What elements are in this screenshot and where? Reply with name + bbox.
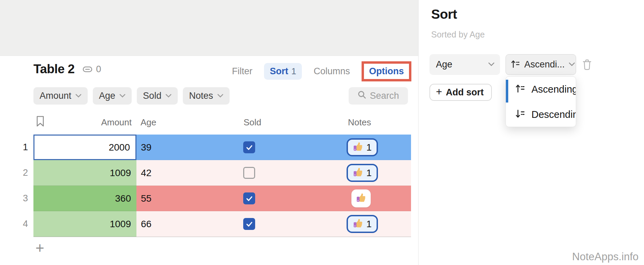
thumbs-up-icon [353, 218, 363, 230]
cell-amount[interactable]: 2000 [33, 135, 136, 160]
field-pill-notes[interactable]: Notes [183, 87, 230, 105]
plus-icon: + [436, 86, 442, 98]
sort-panel-title: Sort [431, 7, 457, 22]
field-pill-age[interactable]: Age [93, 87, 132, 105]
thumbs-up-icon [356, 192, 366, 204]
app-window: Table 2 0 Filter Sort 1 Columns Options … [0, 0, 644, 265]
menu-item-ascending[interactable]: Ascending [506, 77, 576, 102]
toolbar-columns-button[interactable]: Columns [313, 66, 350, 77]
menu-item-descending[interactable]: Descending [506, 102, 576, 127]
sold-checkbox-checked[interactable] [243, 141, 255, 153]
notes-reaction-chip[interactable]: 1 [347, 215, 378, 233]
row-number[interactable]: 4 [14, 211, 28, 237]
sold-checkbox-unchecked[interactable] [243, 167, 255, 179]
pill-label: Age [99, 91, 115, 101]
table-title-row: Table 2 0 [33, 62, 101, 76]
thumbs-up-icon [353, 167, 363, 179]
row-number[interactable]: 1 [14, 135, 28, 160]
column-header-sold[interactable]: Sold [230, 117, 275, 128]
add-sort-button[interactable]: + Add sort [429, 84, 492, 101]
sort-ascending-icon [515, 83, 526, 95]
panel-divider [418, 0, 419, 265]
sort-ascending-icon [510, 59, 521, 71]
row-area[interactable]: 66 1 [136, 211, 411, 237]
delete-sort-button[interactable] [582, 59, 592, 72]
options-label: Options [369, 66, 404, 76]
table-column-headers: Amount Age Sold Notes [0, 115, 418, 131]
sort-direction-menu: Ascending Descending [506, 76, 576, 127]
reaction-count: 1 [366, 142, 372, 153]
row-number[interactable]: 2 [14, 160, 28, 186]
row-area[interactable]: 42 1 [136, 160, 411, 186]
sort-field-select[interactable]: Age [429, 54, 500, 75]
sold-checkbox-checked[interactable] [243, 218, 255, 230]
top-strip [0, 0, 418, 56]
watermark: NoteApps.info [572, 251, 639, 263]
sort-field-value: Age [436, 59, 488, 70]
cell-age[interactable]: 39 [141, 135, 151, 160]
cell-amount[interactable]: 1009 [33, 160, 136, 186]
link-icon [82, 63, 93, 75]
toolbar-sort-button[interactable]: Sort 1 [264, 63, 302, 80]
field-pill-sold[interactable]: Sold [137, 87, 178, 105]
chevron-down-icon [488, 62, 495, 68]
cell-age[interactable]: 55 [141, 186, 151, 211]
thumbs-up-icon [353, 141, 363, 153]
row-area[interactable]: 55 [136, 186, 411, 211]
link-count-group[interactable]: 0 [82, 63, 101, 75]
sort-panel-subtitle: Sorted by Age [431, 30, 485, 40]
sort-direction-select[interactable]: Ascendi... [506, 54, 576, 75]
pill-label: Sold [143, 91, 161, 101]
trash-icon [582, 59, 592, 71]
search-icon [357, 90, 366, 102]
reaction-count: 1 [366, 168, 372, 178]
chevron-down-icon [165, 93, 172, 99]
chevron-down-icon [75, 93, 82, 99]
link-count: 0 [96, 64, 101, 75]
menu-item-label: Descending [531, 109, 576, 120]
row-number[interactable]: 3 [14, 186, 28, 211]
column-header-notes[interactable]: Notes [337, 117, 382, 128]
sort-count-badge: 1 [291, 66, 296, 77]
view-toolbar: Filter Sort 1 Columns Options [225, 60, 411, 82]
check-icon [245, 194, 253, 203]
cell-amount[interactable]: 360 [33, 186, 136, 211]
sort-direction-value: Ascendi... [524, 59, 565, 70]
table-bottom-border [33, 237, 411, 237]
table-body: 1 2000 39 1 [0, 135, 418, 237]
check-icon [245, 143, 253, 152]
field-pills-row: Amount Age Sold Notes [33, 87, 230, 105]
cell-age[interactable]: 66 [141, 211, 151, 237]
field-pill-amount[interactable]: Amount [33, 87, 88, 105]
chevron-down-icon [119, 93, 126, 99]
cell-amount[interactable]: 1009 [33, 211, 136, 237]
sort-descending-icon [515, 108, 526, 121]
chevron-down-icon [217, 93, 223, 99]
notes-reaction-chip[interactable] [351, 189, 371, 207]
table-row: 3 360 55 [0, 186, 418, 211]
sort-label: Sort [270, 66, 288, 77]
table-row: 2 1009 42 1 [0, 160, 418, 186]
notes-reaction-chip[interactable]: 1 [347, 138, 378, 156]
toolbar-filter-button[interactable]: Filter [232, 66, 252, 77]
row-selection-area[interactable]: 39 1 [136, 135, 411, 160]
chevron-down-icon [569, 62, 575, 68]
toolbar-options-button[interactable]: Options [362, 61, 411, 81]
check-icon [245, 220, 253, 228]
cell-age[interactable]: 42 [141, 160, 151, 186]
table-title[interactable]: Table 2 [33, 62, 75, 76]
sold-checkbox-checked[interactable] [243, 192, 255, 204]
pill-label: Notes [189, 91, 213, 101]
search-label: Search [370, 91, 399, 101]
add-sort-label: Add sort [446, 87, 484, 98]
table-row: 1 2000 39 1 [0, 135, 418, 160]
add-row-button[interactable]: + [35, 240, 44, 255]
search-button[interactable]: Search [349, 87, 408, 105]
pill-label: Amount [40, 91, 71, 101]
notes-reaction-chip[interactable]: 1 [347, 164, 378, 182]
column-header-amount[interactable]: Amount [33, 117, 132, 128]
menu-item-label: Ascending [531, 84, 576, 95]
table-row: 4 1009 66 1 [0, 211, 418, 237]
reaction-count: 1 [366, 219, 372, 230]
column-header-age[interactable]: Age [141, 117, 156, 128]
